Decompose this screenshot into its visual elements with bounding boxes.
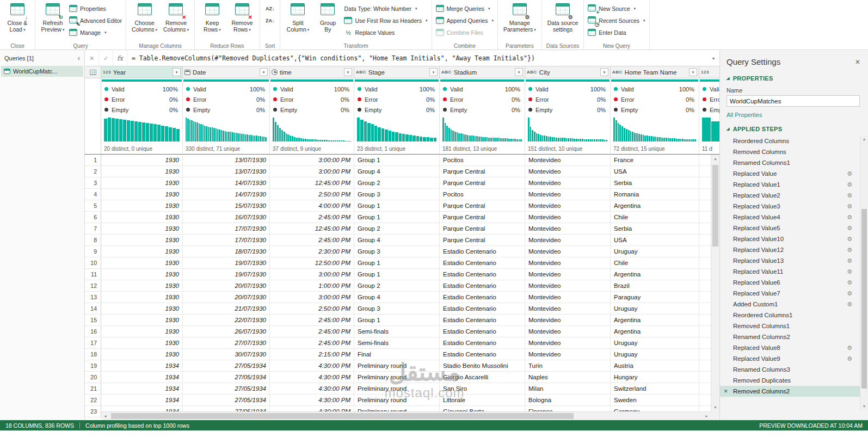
applied-step[interactable]: Replaced Value3⚙: [720, 201, 860, 212]
sort-ascending-button[interactable]: AZ↓: [264, 3, 276, 14]
grid-cell[interactable]: Uruguay: [611, 246, 699, 257]
manage-button[interactable]: Manage▾: [69, 27, 122, 38]
status-profiling-control[interactable]: Column profiling based on top 1000 rows: [80, 422, 195, 429]
grid-cell[interactable]: Estadio Centenario: [440, 280, 525, 292]
applied-step[interactable]: Replaced Value7⚙: [720, 288, 860, 299]
grid-cell[interactable]: 27/07/1930: [183, 337, 270, 349]
properties-section-header[interactable]: ◢ PROPERTIES: [720, 72, 868, 84]
filter-dropdown-icon[interactable]: ▾: [515, 68, 523, 76]
advanced-editor-button[interactable]: ✎Advanced Editor: [69, 15, 122, 26]
text-type-icon[interactable]: ABC: [527, 70, 537, 75]
grid-cell[interactable]: 1930: [101, 223, 183, 235]
grid-cell[interactable]: 4:30:00 PM: [270, 395, 354, 406]
scroll-down-icon[interactable]: ▼: [860, 403, 868, 410]
row-number[interactable]: 7: [85, 223, 101, 235]
column-quality-bar[interactable]: [525, 78, 611, 84]
grid-cell[interactable]: 1934: [101, 360, 183, 372]
grid-cell[interactable]: Preliminary round: [354, 395, 440, 406]
grid-cell[interactable]: Montevideo: [525, 223, 611, 235]
grid-cell[interactable]: Group 1: [354, 257, 440, 269]
steps-scrollbar[interactable]: ▲ ▼: [860, 136, 868, 410]
close-panel-icon[interactable]: ✕: [855, 58, 860, 66]
applied-step[interactable]: Reordered Columns: [720, 136, 860, 146]
number-type-icon[interactable]: 123: [103, 70, 111, 75]
data-type-button[interactable]: Data Type: Whole Number▾: [344, 3, 427, 14]
applied-step[interactable]: Renamed Columns1: [720, 157, 860, 168]
grid-cell[interactable]: 20/07/1930: [183, 280, 270, 292]
value-distribution-histogram[interactable]: [354, 115, 440, 145]
applied-step[interactable]: Replaced Value12⚙: [720, 244, 860, 255]
recent-sources-button[interactable]: ◷Recent Sources▾: [588, 15, 645, 26]
grid-cell[interactable]: Littorale: [440, 395, 525, 406]
scroll-left-icon[interactable]: ◄: [101, 412, 109, 420]
refresh-preview-button[interactable]: ↻ Refresh Preview▾: [39, 2, 66, 33]
row-number[interactable]: 8: [85, 235, 101, 246]
step-settings-gear-icon[interactable]: ⚙: [847, 344, 852, 352]
grid-cell[interactable]: 1934: [101, 372, 183, 383]
replace-values-button[interactable]: ½Replace Values: [344, 27, 427, 38]
grid-cell[interactable]: Group 2: [354, 280, 440, 292]
applied-step[interactable]: Replaced Value1⚙: [720, 179, 860, 190]
grid-cell[interactable]: Parque Central: [440, 235, 525, 246]
grid-cell[interactable]: Montevideo: [525, 246, 611, 257]
grid-cell[interactable]: 2:45:00 PM: [270, 337, 354, 349]
grid-cell[interactable]: Hungary: [611, 372, 699, 383]
grid-cell[interactable]: Group 3: [354, 189, 440, 200]
grid-cell[interactable]: 1930: [101, 292, 183, 303]
grid-cell[interactable]: Montevideo: [525, 280, 611, 292]
grid-cell[interactable]: 1930: [101, 166, 183, 177]
grid-cell[interactable]: 1934: [101, 395, 183, 406]
grid-cell[interactable]: 2:50:00 PM: [270, 189, 354, 200]
applied-step[interactable]: Replaced Value9⚙: [720, 353, 860, 364]
grid-cell[interactable]: France: [611, 155, 699, 166]
row-number[interactable]: 4: [85, 189, 101, 200]
grid-cell[interactable]: 1930: [101, 257, 183, 269]
step-settings-gear-icon[interactable]: ⚙: [847, 181, 852, 188]
applied-step[interactable]: Replaced Value2⚙: [720, 190, 860, 201]
grid-cell[interactable]: 18/07/1930: [183, 246, 270, 257]
vertical-scrollbar[interactable]: ▲ ▼: [711, 155, 719, 411]
grid-cell[interactable]: 1930: [101, 177, 183, 189]
properties-button[interactable]: Properties: [69, 3, 122, 14]
grid-cell[interactable]: Semi-finals: [354, 337, 440, 349]
step-settings-gear-icon[interactable]: ⚙: [847, 290, 852, 297]
query-item-worldcupmatches[interactable]: WorldCupMatc...: [1, 66, 83, 77]
column-quality-bar[interactable]: [440, 78, 525, 84]
remove-columns-button[interactable]: ✕ Remove Columns▾: [162, 2, 190, 33]
grid-cell[interactable]: 15/07/1930: [183, 200, 270, 212]
grid-cell[interactable]: Naples: [525, 372, 611, 383]
collapse-queries-panel-icon[interactable]: ‹: [78, 56, 80, 61]
grid-cell[interactable]: 4:30:00 PM: [270, 383, 354, 395]
text-type-icon[interactable]: ABC: [612, 70, 623, 75]
grid-cell[interactable]: Group 4: [354, 235, 440, 246]
step-settings-gear-icon[interactable]: ⚙: [847, 225, 852, 232]
grid-cell[interactable]: 2:45:00 PM: [270, 315, 354, 326]
column-header[interactable]: ABCStage▾: [354, 66, 440, 78]
row-number[interactable]: 23: [85, 406, 101, 417]
grid-cell[interactable]: Semi-finals: [354, 326, 440, 337]
value-distribution-histogram[interactable]: [699, 115, 719, 145]
row-number[interactable]: 21: [85, 383, 101, 395]
grid-cell[interactable]: Milan: [525, 383, 611, 395]
grid-cell[interactable]: Serbia: [611, 177, 699, 189]
column-header[interactable]: 123Year▾: [101, 66, 183, 78]
row-number[interactable]: 5: [85, 200, 101, 212]
filter-dropdown-icon[interactable]: ▾: [173, 68, 181, 76]
row-number[interactable]: 11: [85, 269, 101, 280]
row-number[interactable]: 2: [85, 166, 101, 177]
grid-cell[interactable]: Montevideo: [525, 177, 611, 189]
row-number[interactable]: 22: [85, 395, 101, 406]
applied-step[interactable]: Renamed Columns2: [720, 331, 860, 342]
grid-cell[interactable]: 1934: [101, 383, 183, 395]
step-settings-gear-icon[interactable]: ⚙: [847, 257, 852, 264]
grid-cell[interactable]: Estadio Centenario: [440, 292, 525, 303]
applied-step[interactable]: Added Custom1⚙: [720, 299, 860, 310]
column-header[interactable]: Date▾: [183, 66, 270, 78]
grid-cell[interactable]: 1930: [101, 326, 183, 337]
grid-cell[interactable]: USA: [611, 166, 699, 177]
scroll-right-icon[interactable]: ►: [703, 412, 711, 420]
group-by-button[interactable]: Group By: [314, 2, 341, 33]
merge-queries-button[interactable]: Merge Queries▾: [436, 3, 494, 14]
column-header[interactable]: ABCHome Team Name▾: [611, 66, 699, 78]
applied-step[interactable]: Replaced Value6⚙: [720, 277, 860, 288]
